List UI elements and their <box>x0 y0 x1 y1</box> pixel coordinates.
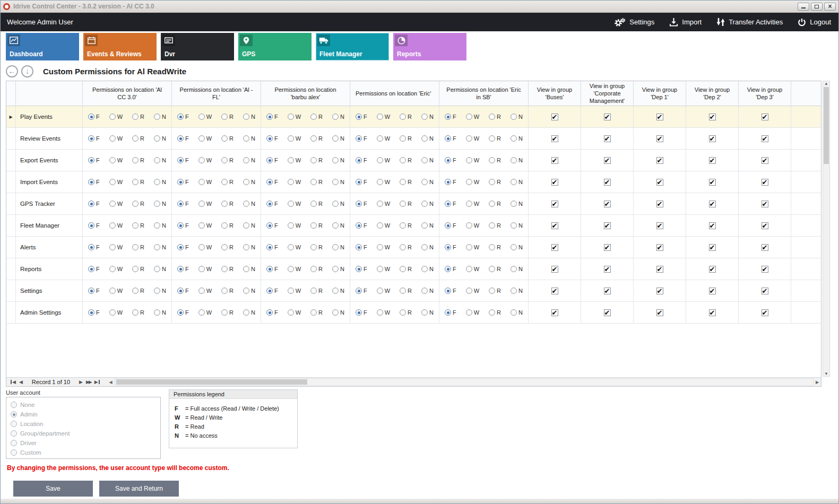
permission-radio-r[interactable]: R <box>310 179 323 185</box>
permission-radio-f[interactable]: F <box>177 288 189 294</box>
group-view-checkbox[interactable]: ✔ <box>656 222 663 229</box>
vscroll-track[interactable] <box>823 86 829 371</box>
permission-radio-w[interactable]: W <box>198 135 212 142</box>
permission-radio-r[interactable]: R <box>489 179 501 185</box>
table-row[interactable]: ▶Play EventsFWRNFWRNFWRNFWRNFWRN✔✔✔✔✔ <box>6 106 821 128</box>
group-view-checkbox[interactable]: ✔ <box>762 179 768 186</box>
permission-radio-n[interactable]: N <box>243 135 255 142</box>
permission-radio-n[interactable]: N <box>421 309 434 316</box>
horizontal-scrollbar[interactable]: ◀ ▶ <box>107 378 821 386</box>
permission-radio-f[interactable]: F <box>88 157 100 163</box>
permission-radio-r[interactable]: R <box>489 222 501 229</box>
tab-reports[interactable]: Reports <box>393 33 466 60</box>
permission-radio-f[interactable]: F <box>266 157 278 163</box>
permission-radio-w[interactable]: W <box>466 244 479 250</box>
permission-radio-n[interactable]: N <box>421 114 434 120</box>
permission-radio-n[interactable]: N <box>511 157 523 163</box>
permission-radio-f[interactable]: F <box>356 288 367 294</box>
permission-radio-n[interactable]: N <box>154 244 166 250</box>
permission-radio-f[interactable]: F <box>356 222 367 229</box>
permission-radio-f[interactable]: F <box>177 244 189 250</box>
permission-radio-w[interactable]: W <box>288 244 301 250</box>
permission-radio-n[interactable]: N <box>243 157 255 163</box>
group-view-checkbox[interactable]: ✔ <box>709 157 716 164</box>
permission-radio-n[interactable]: N <box>332 114 344 120</box>
permission-radio-f[interactable]: F <box>177 157 189 163</box>
record-last-button[interactable]: ▶ <box>94 380 100 385</box>
permission-radio-w[interactable]: W <box>288 222 301 229</box>
user-account-option-location[interactable]: Location <box>11 419 156 429</box>
user-account-option-group-department[interactable]: Group/department <box>11 429 156 438</box>
permission-radio-f[interactable]: F <box>88 222 100 229</box>
user-account-option-none[interactable]: None <box>11 400 156 410</box>
permission-radio-f[interactable]: F <box>177 201 189 207</box>
down-button[interactable]: ↓ <box>21 65 33 77</box>
permission-radio-w[interactable]: W <box>466 135 479 142</box>
permission-radio-r[interactable]: R <box>400 157 412 163</box>
group-view-checkbox[interactable]: ✔ <box>709 179 716 186</box>
permission-radio-r[interactable]: R <box>132 114 144 120</box>
permission-radio-r[interactable]: R <box>310 135 323 142</box>
group-view-checkbox[interactable]: ✔ <box>709 244 716 251</box>
permission-radio-w[interactable]: W <box>288 114 301 120</box>
permission-radio-r[interactable]: R <box>310 244 323 250</box>
group-view-checkbox[interactable]: ✔ <box>709 222 716 229</box>
permission-radio-n[interactable]: N <box>154 201 166 207</box>
permission-radio-w[interactable]: W <box>288 135 301 142</box>
permission-radio-n[interactable]: N <box>421 222 434 229</box>
permission-radio-n[interactable]: N <box>511 114 523 120</box>
permission-radio-w[interactable]: W <box>288 266 301 272</box>
permission-radio-w[interactable]: W <box>109 222 123 229</box>
group-view-checkbox[interactable]: ✔ <box>762 266 768 273</box>
permission-radio-n[interactable]: N <box>243 244 255 250</box>
permission-radio-r[interactable]: R <box>489 157 501 163</box>
permission-radio-w[interactable]: W <box>198 222 212 229</box>
permission-radio-n[interactable]: N <box>243 114 255 120</box>
group-view-checkbox[interactable]: ✔ <box>762 135 768 142</box>
permission-radio-w[interactable]: W <box>109 309 123 316</box>
permission-radio-f[interactable]: F <box>445 114 456 120</box>
save-and-return-button[interactable]: Save and Return <box>99 481 179 497</box>
permission-radio-f[interactable]: F <box>356 244 367 250</box>
record-next-button[interactable]: ▶ <box>79 380 83 385</box>
permission-radio-r[interactable]: R <box>400 201 412 207</box>
tab-dvr[interactable]: Dvr <box>161 33 234 60</box>
permission-radio-r[interactable]: R <box>132 222 144 229</box>
permission-radio-n[interactable]: N <box>332 157 344 163</box>
permission-radio-n[interactable]: N <box>243 288 255 294</box>
permission-radio-r[interactable]: R <box>221 201 233 207</box>
permission-radio-r[interactable]: R <box>132 135 144 142</box>
group-view-checkbox[interactable]: ✔ <box>551 114 558 120</box>
permission-radio-w[interactable]: W <box>377 309 390 316</box>
permission-radio-w[interactable]: W <box>198 266 212 272</box>
permission-radio-r[interactable]: R <box>400 222 412 229</box>
permission-radio-n[interactable]: N <box>332 244 344 250</box>
permission-radio-n[interactable]: N <box>154 179 166 185</box>
permission-radio-w[interactable]: W <box>109 179 123 185</box>
permission-radio-w[interactable]: W <box>288 201 301 207</box>
tab-events-reviews[interactable]: Events & Reviews <box>83 33 157 60</box>
permission-radio-f[interactable]: F <box>266 135 278 142</box>
permission-radio-n[interactable]: N <box>511 266 523 272</box>
permission-radio-w[interactable]: W <box>377 114 390 120</box>
group-view-checkbox[interactable]: ✔ <box>551 157 558 164</box>
permission-radio-r[interactable]: R <box>400 135 412 142</box>
group-view-checkbox[interactable]: ✔ <box>604 179 611 186</box>
permission-radio-w[interactable]: W <box>288 179 301 185</box>
group-view-checkbox[interactable]: ✔ <box>604 135 611 142</box>
permission-radio-n[interactable]: N <box>332 266 344 272</box>
permission-radio-r[interactable]: R <box>221 244 233 250</box>
permission-radio-n[interactable]: N <box>332 201 344 207</box>
permission-radio-r[interactable]: R <box>132 309 144 316</box>
minimize-button[interactable] <box>798 3 809 11</box>
permission-radio-r[interactable]: R <box>400 288 412 294</box>
permission-radio-w[interactable]: W <box>198 114 212 120</box>
permission-radio-f[interactable]: F <box>356 114 367 120</box>
user-account-option-admin[interactable]: Admin <box>11 410 156 419</box>
permission-radio-w[interactable]: W <box>109 244 123 250</box>
permission-radio-f[interactable]: F <box>445 309 456 316</box>
vscroll-thumb[interactable] <box>824 87 829 164</box>
permission-radio-w[interactable]: W <box>377 157 390 163</box>
tab-gps[interactable]: GPS <box>238 33 312 60</box>
permission-radio-w[interactable]: W <box>377 222 390 229</box>
